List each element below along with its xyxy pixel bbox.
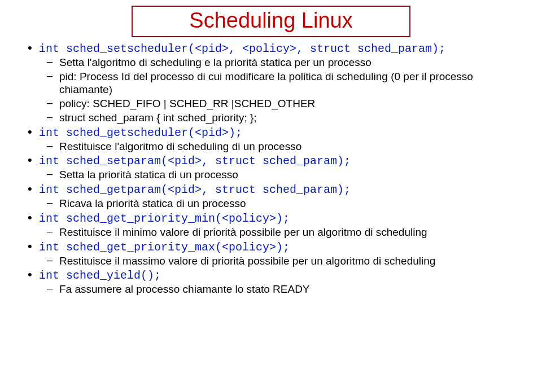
list-item: int sched_setscheduler(<pid>, <policy>, … — [39, 42, 517, 125]
list-item: int sched_getscheduler(<pid>); Restituis… — [39, 126, 517, 153]
code-text: int sched_getscheduler(<pid>); — [39, 126, 242, 139]
desc-text: Restituisce il massimo valore di priorit… — [59, 255, 435, 267]
code-text: int sched_get_priority_min(<policy>); — [39, 212, 290, 225]
slide-title: Scheduling Linux — [189, 8, 352, 32]
title-border: Scheduling Linux — [132, 6, 410, 37]
code-text: int sched_setparam(<pid>, struct sched_p… — [39, 155, 351, 168]
desc-text: Restituisce l'algoritmo di scheduling di… — [59, 140, 301, 152]
code-text: int sched_setscheduler(<pid>, <policy>, … — [39, 42, 445, 55]
desc-text: Setta l'algoritmo di scheduling e la pri… — [59, 56, 371, 68]
list-item: int sched_get_priority_min(<policy>); Re… — [39, 212, 517, 239]
desc-text: Ricava la priorità statica di un process… — [59, 197, 246, 209]
desc-text: pid: Process Id del processo di cui modi… — [59, 71, 473, 96]
desc-text: Restituisce il minimo valore di priorità… — [59, 226, 427, 238]
desc-text: policy: SCHED_FIFO | SCHED_RR |SCHED_OTH… — [59, 98, 315, 109]
code-text: int sched_yield(); — [39, 269, 161, 282]
desc-text: struct sched_param { int sched_priority;… — [59, 112, 257, 124]
desc-text: Fa assumere al processo chiamante lo sta… — [59, 283, 310, 295]
list-item: int sched_get_priority_max(<policy>); Re… — [39, 240, 517, 268]
list-item: int sched_getparam(<pid>, struct sched_p… — [39, 183, 517, 210]
code-text: int sched_getparam(<pid>, struct sched_p… — [39, 183, 351, 196]
bullet-list: int sched_setscheduler(<pid>, <policy>, … — [25, 42, 517, 296]
list-item: int sched_setparam(<pid>, struct sched_p… — [39, 154, 517, 182]
slide-title-box: Scheduling Linux — [25, 6, 517, 37]
list-item: int sched_yield(); Fa assumere al proces… — [39, 268, 517, 296]
code-text: int sched_get_priority_max(<policy>); — [39, 241, 290, 254]
desc-text: Setta la priorità statica di un processo — [59, 169, 238, 180]
